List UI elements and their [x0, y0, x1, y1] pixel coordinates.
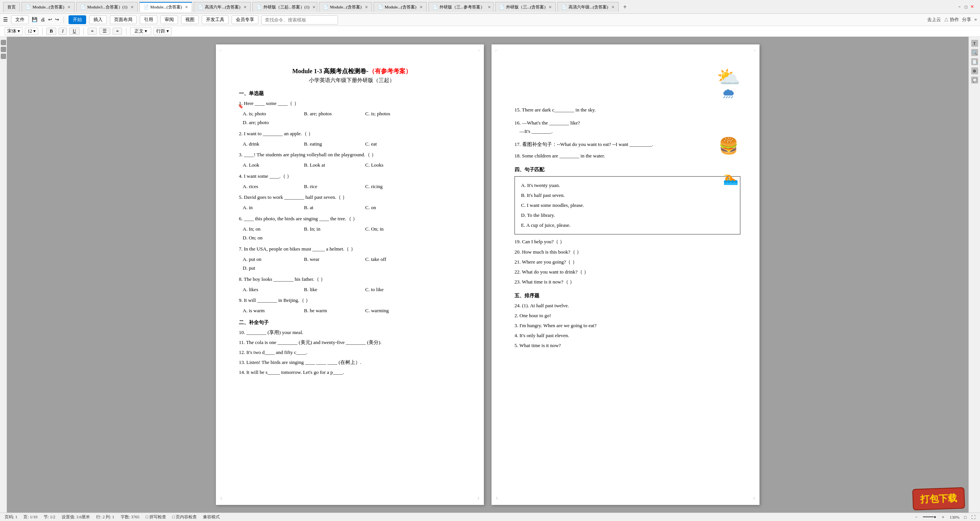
right-sidebar-icon-1[interactable]: T — [971, 40, 978, 47]
question-3: 3. ____! The students are playing volley… — [239, 151, 465, 159]
tab-8-close[interactable]: ✕ — [488, 5, 491, 9]
window-restore[interactable]: □ — [965, 5, 967, 9]
tab-1-close[interactable]: ✕ — [67, 5, 70, 9]
status-layout-icon[interactable]: □ — [964, 515, 967, 519]
tab-icon-7: 📄 — [378, 5, 383, 10]
q4-options: A. rices B. rice C. ricing — [243, 182, 465, 191]
tab-5-label: 外研版（三起...答案）(1) — [263, 4, 309, 10]
menu-review[interactable]: 审阅 — [160, 15, 178, 24]
tab-1-label: Module...(含答案) — [33, 4, 64, 10]
tab-7[interactable]: 📄 Module...(含答案) ✕ — [374, 2, 427, 12]
format-font-name[interactable]: 宋体 ▾ — [5, 27, 23, 35]
menu-file[interactable]: 文件 — [11, 15, 29, 24]
menu-page-layout[interactable]: 页面布局 — [110, 15, 137, 24]
q3-opt-b: B. Look at — [304, 161, 365, 169]
tab-7-close[interactable]: ✕ — [420, 5, 423, 9]
menu-special[interactable]: 会员专享 — [232, 15, 258, 24]
format-align-left[interactable]: ≡ — [88, 28, 97, 35]
right-sidebar-icon-2[interactable]: 🔍 — [971, 49, 978, 56]
q2-text: 2. I want to ________ an apple.（ ） — [239, 131, 313, 136]
menu-developer[interactable]: 开发工具 — [202, 15, 229, 24]
q9-opt-c: C. warming — [365, 306, 426, 315]
status-zoom-out[interactable]: － — [914, 514, 918, 520]
fill-q13: 13. Listen! The birds are singing ____ _… — [239, 358, 465, 367]
question-7: 7. In the USA, people on bikes must ____… — [239, 245, 465, 253]
tab-home-label: 首页 — [7, 4, 16, 10]
menu-icon[interactable]: ☰ — [3, 16, 8, 23]
status-total-pages: 页: 1/10 — [23, 514, 37, 520]
status-fullscreen-icon[interactable]: ⛶ — [971, 515, 975, 519]
match-opt-a: A. It's twenty yuan. — [521, 180, 734, 190]
tab-10[interactable]: 📄 高清六年级...(含答案) ✕ — [557, 2, 619, 12]
tab-home[interactable]: 首页 — [3, 2, 20, 12]
left-sidebar-icon-1[interactable] — [1, 40, 6, 45]
question-1: 1. Here ____ some ____（ ） — [239, 99, 465, 108]
q2-options: A. drink B. eating C. eat — [243, 139, 465, 148]
format-align-right[interactable]: ≡ — [113, 28, 122, 35]
p2-corner-mark-tr: ¬ — [753, 48, 756, 52]
tab-9-close[interactable]: ✕ — [549, 5, 552, 9]
status-zoom-in[interactable]: ＋ — [941, 514, 945, 520]
title-black-text: Module 1-3 高频考点检测卷- — [292, 68, 368, 74]
fill-q10: 10. ________ (享用) your meal. — [239, 328, 465, 337]
window-close[interactable]: ✕ — [970, 4, 974, 9]
q5-opt-b: B. at — [304, 203, 365, 212]
menu-reference[interactable]: 引用 — [140, 15, 157, 24]
cloud-btn[interactable]: 去上云 — [927, 16, 941, 23]
format-italic[interactable]: I — [59, 28, 67, 35]
status-zoom-slider[interactable]: ━━━━● — [923, 514, 936, 519]
share-btn[interactable]: 分享 — [962, 16, 971, 23]
format-align-center[interactable]: ☰ — [99, 28, 110, 35]
tab-5-close[interactable]: ✕ — [312, 5, 315, 9]
tab-3-close[interactable]: ✕ — [185, 5, 188, 9]
tab-4[interactable]: 📄 高清六年...(含答案) ✕ — [194, 2, 251, 12]
toolbar-icon-redo[interactable]: ↪ — [55, 17, 59, 23]
menu-view[interactable]: 视图 — [181, 15, 199, 24]
toolbar-icon-undo[interactable]: ↩ — [48, 17, 52, 23]
window-minimize[interactable]: － — [957, 4, 962, 10]
q1-options: A. is; photo B. are; photos C. is; photo… — [243, 109, 465, 127]
right-sidebar-icon-4[interactable]: ⚙ — [971, 67, 978, 74]
p2-corner-mark-br: ┘ — [753, 497, 756, 501]
left-sidebar-icon-3[interactable] — [1, 54, 6, 59]
tab-8[interactable]: 📄 外研版（三...参考答案） ✕ — [428, 2, 493, 12]
tab-5[interactable]: 📄 外研版（三起...答案）(1) ✕ — [252, 2, 317, 12]
question-6: 6. ____ this photo, the birds are singin… — [239, 215, 465, 223]
right-sidebar-icon-5[interactable]: 💬 — [971, 77, 978, 84]
download-badge[interactable]: 打包下载 — [912, 487, 965, 511]
tab-1[interactable]: 📄 Module...(含答案) ✕ — [21, 2, 75, 12]
collab-btn[interactable]: △ 协作 — [944, 16, 959, 23]
format-sep-1 — [42, 28, 42, 35]
q2-opt-a: A. drink — [243, 139, 304, 148]
tab-2[interactable]: 📄 Module3...合答案）(1) ✕ — [76, 2, 138, 12]
left-sidebar-icon-2[interactable] — [1, 47, 6, 52]
q7-opt-c: C. take off — [365, 255, 426, 264]
tab-10-close[interactable]: ✕ — [611, 5, 614, 9]
menu-insert[interactable]: 插入 — [89, 15, 107, 24]
q3-opt-a: A. Look — [243, 161, 304, 169]
format-underline[interactable]: U — [69, 28, 80, 35]
right-sidebar: T 🔍 📑 ⚙ 💬 — [969, 37, 980, 513]
tab-6-close[interactable]: ✕ — [365, 5, 368, 9]
tab-6[interactable]: 📄 Module...(含答案) ✕ — [319, 2, 372, 12]
tab-4-close[interactable]: ✕ — [243, 5, 247, 9]
status-words: 字数: 3765 — [121, 514, 140, 520]
format-bold[interactable]: B — [46, 28, 56, 35]
tab-3[interactable]: 📄 Module...(含答案) ✕ — [139, 2, 193, 12]
tab-9[interactable]: 📄 外研版（三...(含答案) ✕ — [495, 2, 556, 12]
q6-opt-a: A. In; on — [243, 224, 304, 233]
question-9: 9. It will ________ in Beijing.（ ） — [239, 296, 465, 305]
tab-icon-2: 📄 — [80, 5, 86, 10]
toolbar-icon-save[interactable]: 💾 — [32, 17, 38, 23]
format-font-size[interactable]: 12 ▾ — [25, 28, 38, 35]
menu-more-btn[interactable]: ≡ — [974, 17, 977, 23]
menu-start[interactable]: 开始 — [69, 15, 86, 24]
search-input[interactable] — [261, 15, 338, 25]
format-line-spacing[interactable]: 行距 ▾ — [154, 27, 172, 35]
q9-options: A. is warm B. be warm C. warming — [243, 306, 465, 315]
right-sidebar-icon-3[interactable]: 📑 — [971, 58, 978, 65]
format-style[interactable]: 正文 ▾ — [130, 27, 151, 35]
tab-add-button[interactable]: + — [620, 3, 630, 10]
tab-2-close[interactable]: ✕ — [131, 5, 134, 9]
toolbar-icon-print[interactable]: 🖨 — [41, 17, 45, 23]
